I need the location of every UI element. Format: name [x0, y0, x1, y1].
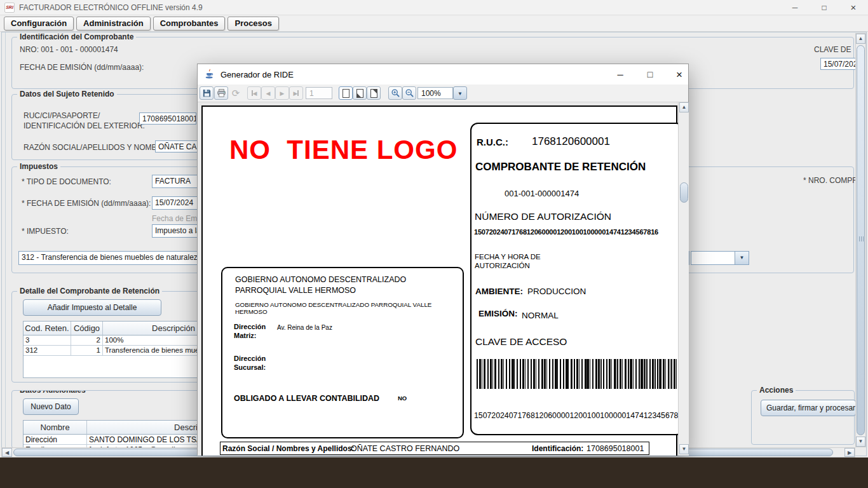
fecha-emision-label: FECHA DE EMISIÓN (dd/mm/aaaa):	[20, 63, 144, 72]
scroll-left-icon[interactable]: ◀	[2, 448, 12, 457]
add-impuesto-button[interactable]: Añadir Impuesto al Detalle	[23, 299, 161, 316]
java-icon	[204, 69, 215, 82]
razon-social-label: RAZÓN SOCIAL/APELLIDOS Y NOMBRES:	[24, 143, 175, 152]
ride-emisor-box: GOBIERNO AUTONOMO DESCENTRALIZADO PARROQ…	[221, 267, 464, 438]
ride-page: NO TIENE LOGO R.U.C.: 1768120600001 COMP…	[201, 105, 677, 456]
fit-width-view-button[interactable]	[367, 86, 381, 100]
doc-number: 001-001-000001474	[505, 189, 579, 198]
emision-label: EMISIÓN:	[478, 309, 518, 318]
cell-codigo[interactable]: 2	[71, 336, 103, 346]
single-page-view-button[interactable]	[339, 86, 353, 100]
autorizacion-label: NÚMERO DE AUTORIZACIÓN	[475, 211, 611, 222]
contabilidad-label: OBLIGADO A LLEVAR CONTABILIDAD	[234, 394, 379, 403]
ruc-value: 1768120600001	[532, 135, 610, 148]
cell-codigo[interactable]: 1	[71, 346, 103, 356]
zoom-combo-arrow-icon[interactable]: ▼	[453, 86, 467, 100]
menu-bar: Configuración Administración Comprobante…	[0, 16, 868, 32]
clave-acceso-value: 1507202407176812060000120010010000014741…	[474, 411, 678, 420]
ambiente-value: PRODUCCION	[527, 287, 586, 296]
identificacion-value: 1708695018001	[587, 444, 644, 453]
zoom-in-icon[interactable]	[388, 86, 402, 100]
vertical-scroll-thumb[interactable]	[857, 45, 865, 435]
minimize-button[interactable]: ─	[780, 0, 810, 15]
scroll-right-icon[interactable]: ▶	[844, 448, 855, 457]
menu-configuracion[interactable]: Configuración	[4, 17, 74, 30]
menu-administracion[interactable]: Administración	[76, 17, 151, 30]
print-button[interactable]	[214, 86, 228, 100]
app-titlebar: SRI FACTURADOR ELECTRÓNICO OFFLINE versi…	[0, 0, 868, 15]
header-cod-reten[interactable]: Cod. Reten.	[24, 322, 71, 336]
prev-page-button[interactable]: ◀	[261, 86, 275, 100]
next-page-button[interactable]: ▶	[275, 86, 289, 100]
menu-comprobantes[interactable]: Comprobantes	[153, 17, 226, 30]
cell-cod[interactable]: 312	[24, 346, 71, 356]
barcode	[477, 359, 678, 389]
page-number-field[interactable]: 1	[306, 87, 332, 99]
autorizacion-value: 1507202407176812060000120010010000014741…	[474, 228, 658, 236]
fecha-autorizacion-label-2: AUTORIZACIÓN	[475, 262, 530, 269]
emision-value: NORMAL	[522, 311, 559, 320]
vertical-scrollbar[interactable]: ▲ ▼	[855, 33, 866, 447]
nuevo-dato-button[interactable]: Nuevo Dato	[23, 398, 79, 415]
refresh-icon[interactable]: ⟳	[229, 86, 243, 100]
scroll-down-icon[interactable]: ▼	[856, 437, 865, 447]
contabilidad-value: NO	[398, 395, 407, 402]
ride-dialog: Generador de RIDE ─ □ × ⟳ ◀ ◀ ▶ ▶ 1 100%…	[197, 64, 689, 455]
maximize-button[interactable]: □	[810, 0, 839, 15]
zoom-level-field[interactable]: 100%	[417, 87, 453, 99]
group-acciones: Acciones Guardar, firmar y procesar	[751, 390, 855, 445]
group-detalle-title: Detalle del Comprobante de Retención	[17, 287, 162, 295]
dialog-minimize-button[interactable]: ─	[609, 67, 632, 82]
group-adicionales-title: Datos Adicionales	[17, 390, 88, 395]
scroll-up-icon[interactable]: ▲	[856, 34, 865, 44]
direccion-matriz-label-1: Dirección	[234, 323, 266, 330]
emisor-nombre-secundario: GOBIERNO AUTONOMO DESCENTRALIZADO PARROQ…	[235, 301, 461, 315]
ride-razon-row: Razón Social / Nombres y Apellidos: OÑAT…	[220, 442, 649, 455]
ruc-label-line2: IDENTIFICACIÓN DEL EXTERIOR:	[24, 121, 145, 130]
dialog-scroll-down-icon[interactable]: ▼	[679, 444, 689, 454]
taskbar: 1 24°C Mayorm. nublado Búsqueda X W	[0, 458, 868, 488]
sri-logo-icon: SRI	[4, 3, 15, 13]
dialog-scroll-thumb[interactable]	[680, 182, 688, 203]
zoom-out-icon[interactable]	[402, 86, 416, 100]
retencion-combo[interactable]: ▼	[691, 251, 749, 265]
fecha-autorizacion-label-1: FECHA Y HORA DE	[475, 253, 541, 261]
save-button[interactable]	[200, 86, 214, 100]
group-sujeto-title: Datos del Sujeto Retenido	[17, 90, 117, 98]
ruc-label-line1: RUC/CI/PASAPORTE/	[24, 111, 100, 120]
ruc-field[interactable]: 1708695018001	[139, 112, 196, 125]
menu-procesos[interactable]: Procesos	[227, 17, 279, 30]
tipo-documento-label: * TIPO DE DOCUMENTO:	[22, 177, 111, 186]
last-page-button[interactable]: ▶	[289, 86, 303, 100]
ruc-label: R.U.C.:	[477, 137, 508, 147]
header-nombre[interactable]: Nombre	[24, 421, 87, 435]
dialog-vertical-scrollbar[interactable]: ▲ ▼	[678, 102, 689, 456]
dialog-scroll-up-icon[interactable]: ▲	[679, 102, 689, 112]
nro-comprobante-label: * NRO. COMPROBANTE	[803, 176, 855, 185]
app-title: FACTURADOR ELECTRÓNICO OFFLINE versión 4…	[19, 3, 203, 12]
header-codigo[interactable]: Código	[71, 322, 103, 336]
razon-social-label: Razón Social / Nombres y Apellidos:	[222, 444, 355, 453]
first-page-button[interactable]: ◀	[247, 86, 261, 100]
group-identificacion-title: Identificación del Comprobante	[17, 33, 136, 41]
direccion-matriz-label-2: Matriz:	[234, 332, 256, 339]
cell-nombre[interactable]: Dirección	[24, 435, 87, 445]
emisor-nombre: GOBIERNO AUTONOMO DESCENTRALIZADO PARROQ…	[235, 274, 454, 296]
close-button[interactable]: ×	[839, 0, 868, 15]
guardar-firmar-button[interactable]: Guardar, firmar y procesar	[761, 400, 856, 416]
group-impuestos-title: Impuestos	[17, 163, 60, 171]
cell-cod[interactable]: 3	[24, 336, 71, 346]
doc-title: COMPROBANTE DE RETENCIÓN	[475, 161, 646, 173]
dialog-toolbar: ⟳ ◀ ◀ ▶ ▶ 1 100% ▼	[198, 85, 688, 102]
dialog-close-button[interactable]: ×	[668, 67, 691, 82]
ride-info-box: R.U.C.: 1768120600001 COMPROBANTE DE RET…	[470, 123, 678, 435]
direccion-sucursal-label-1: Dirección	[234, 355, 266, 362]
fit-page-view-button[interactable]	[353, 86, 367, 100]
no-logo-text: NO TIENE LOGO	[229, 135, 458, 165]
ambiente-label: AMBIENTE:	[475, 287, 523, 296]
combo-arrow-icon[interactable]: ▼	[735, 252, 749, 264]
dialog-maximize-button[interactable]: □	[639, 67, 661, 82]
dialog-titlebar[interactable]: Generador de RIDE ─ □ ×	[198, 64, 688, 85]
direccion-sucursal-label-2: Sucursal:	[234, 363, 266, 371]
razon-social-value: OÑATE CASTRO FERNANDO	[351, 444, 459, 453]
